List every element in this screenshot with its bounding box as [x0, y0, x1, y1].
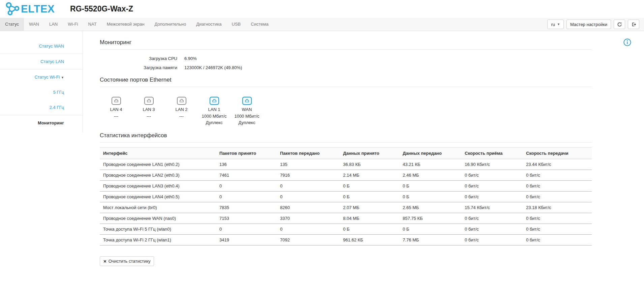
cell: 8.04 МБ [340, 213, 399, 224]
cell: 0 бит/с [523, 213, 592, 224]
cpu-load-label: Загрузка CPU [100, 56, 177, 61]
cell: 15.74 Кбит/с [461, 202, 523, 213]
language-select[interactable]: ru ▼ [547, 20, 563, 29]
monitoring-title: Мониторинг [100, 39, 592, 50]
cpu-load-value: 6.90% [184, 56, 197, 61]
table-row: Проводное соединение LAN1 (eth0.2) 136 1… [100, 159, 592, 170]
refresh-button[interactable] [614, 20, 625, 29]
col-packets-tx: Пакетов передано [277, 147, 340, 159]
sidebar-item-status-lan[interactable]: Статус LAN [0, 54, 83, 69]
cell: 0 [277, 224, 340, 234]
cell: 136 [216, 159, 277, 170]
app-header: ELTEX RG-5520G-Wax-Z [0, 0, 644, 18]
logout-button[interactable] [628, 20, 639, 29]
info-icon [623, 38, 631, 46]
port-lan4: LAN 4 --- [100, 96, 132, 126]
col-speed-rx: Скорость приёма [461, 147, 523, 159]
cell: 0 [216, 224, 277, 234]
refresh-icon [617, 22, 622, 27]
sidebar-item-monitoring[interactable]: Мониторинг [0, 115, 83, 130]
cell: 3370 [277, 213, 340, 224]
interface-stats-section: Статистика интерфейсов Интерфейс Пакетов… [100, 132, 592, 266]
port-duplex: Дуплекс [198, 119, 231, 126]
info-button[interactable] [623, 38, 631, 47]
cell: 2.14 МБ [340, 170, 399, 180]
clear-statistics-button[interactable]: × Очистить статистику [100, 256, 154, 266]
port-lan1: LAN 1 1000 Мбит/с Дуплекс [198, 96, 231, 126]
monitoring-section: Мониторинг Загрузка CPU 6.90% Загрузка п… [100, 39, 592, 72]
interface-stats-title: Статистика интерфейсов [100, 132, 592, 143]
tab-nat[interactable]: NAT [83, 18, 102, 31]
table-row: Точка доступа Wi-Fi 2 ГГц (wlan1) 3419 7… [100, 234, 592, 245]
tab-firewall[interactable]: Межсетевой экран [102, 18, 150, 31]
sidebar-item-status-wifi[interactable]: Статус Wi-Fi ▼ [0, 69, 83, 85]
sidebar-item-status-wan[interactable]: Статус WAN [0, 38, 83, 54]
content: Мониторинг Загрузка CPU 6.90% Загрузка п… [83, 31, 644, 291]
cell: Проводное соединение LAN3 (eth0.4) [100, 180, 216, 191]
tab-system[interactable]: Система [246, 18, 273, 31]
col-packets-rx: Пакетов принято [216, 147, 277, 159]
tab-diagnostics[interactable]: Диагностика [191, 18, 226, 31]
ports-row: LAN 4 --- LAN 3 --- LAN 2 [100, 92, 592, 127]
tab-advanced[interactable]: Дополнительно [150, 18, 191, 31]
cell: 857.75 КБ [399, 213, 461, 224]
cell: Точка доступа Wi-Fi 5 ГГц (wlan0) [100, 224, 216, 234]
cell: Проводное соединение LAN1 (eth0.2) [100, 159, 216, 170]
cell: 0 [277, 180, 340, 191]
chevron-down-icon: ▼ [61, 76, 64, 79]
tab-wan[interactable]: WAN [24, 18, 44, 31]
table-row: Проводное соединение LAN2 (eth0.3) 7461 … [100, 170, 592, 180]
col-interface: Интерфейс [100, 147, 216, 159]
main-nav: Статус WAN LAN Wi-Fi NAT Межсетевой экра… [0, 18, 644, 31]
table-row: Проводное соединение LAN4 (eth0.5) 0 0 0… [100, 191, 592, 202]
page-title: RG-5520G-Wax-Z [70, 4, 133, 13]
cell: 0 бит/с [461, 180, 523, 191]
port-lan3: LAN 3 --- [132, 96, 165, 126]
cell: 0 бит/с [461, 191, 523, 202]
cell: 7092 [277, 234, 340, 245]
table-row: Мост локальной сети (br0) 7835 8260 2.07… [100, 202, 592, 213]
tab-wifi[interactable]: Wi-Fi [63, 18, 83, 31]
eltex-logo: ELTEX [3, 1, 55, 17]
cell: Проводное соединение WAN (nas0) [100, 213, 216, 224]
chevron-down-icon: ▼ [557, 23, 560, 26]
eltex-logo-icon [3, 1, 20, 17]
cell: 23.18 Кбит/с [523, 202, 592, 213]
cell: 3419 [216, 234, 277, 245]
cell: 0 Б [340, 180, 399, 191]
tab-lan[interactable]: LAN [44, 18, 63, 31]
port-name: LAN 2 [165, 106, 198, 113]
cell: 0 Б [340, 224, 399, 234]
cell: 0 [277, 191, 340, 202]
memory-load-value: 123000K / 246972K (49.80%) [184, 65, 242, 70]
cell: Проводное соединение LAN2 (eth0.3) [100, 170, 216, 180]
cell: 0 Б [399, 180, 461, 191]
col-data-tx: Данных передано [399, 147, 461, 159]
memory-load-row: Загрузка памяти 123000K / 246972K (49.80… [100, 63, 592, 72]
cell: Мост локальной сети (br0) [100, 202, 216, 213]
cell: Точка доступа Wi-Fi 2 ГГц (wlan1) [100, 234, 216, 245]
sidebar-item-wifi-5ghz[interactable]: 5 ГГц [0, 85, 83, 100]
cell: 7916 [277, 170, 340, 180]
sidebar-item-wifi-24ghz[interactable]: 2.4 ГГц [0, 100, 83, 115]
cell: 0 Б [340, 191, 399, 202]
sidebar: Статус WAN Статус LAN Статус Wi-Fi ▼ 5 Г… [0, 31, 83, 133]
logout-icon [631, 22, 636, 27]
setup-wizard-button[interactable]: Мастер настройки [566, 20, 611, 29]
table-row: Точка доступа Wi-Fi 5 ГГц (wlan0) 0 0 0 … [100, 224, 592, 234]
tab-status[interactable]: Статус [0, 18, 24, 31]
memory-load-label: Загрузка памяти [100, 65, 177, 70]
port-lan2: LAN 2 --- [165, 96, 198, 126]
tab-usb[interactable]: USB [227, 18, 246, 31]
cell: 0 [216, 180, 277, 191]
cell: 0 бит/с [461, 213, 523, 224]
port-name: LAN 1 [198, 106, 231, 113]
port-duplex: Дуплекс [231, 119, 263, 126]
ethernet-ports-section: Состояние портов Ethernet LAN 4 --- LAN … [100, 77, 592, 127]
sidebar-item-label: Статус Wi-Fi [34, 75, 60, 80]
cell: 0 бит/с [461, 170, 523, 180]
port-status: 1000 Мбит/с [198, 113, 231, 120]
ethernet-port-icon [165, 96, 198, 106]
cell: 7.76 МБ [399, 234, 461, 245]
port-status: --- [132, 113, 165, 120]
